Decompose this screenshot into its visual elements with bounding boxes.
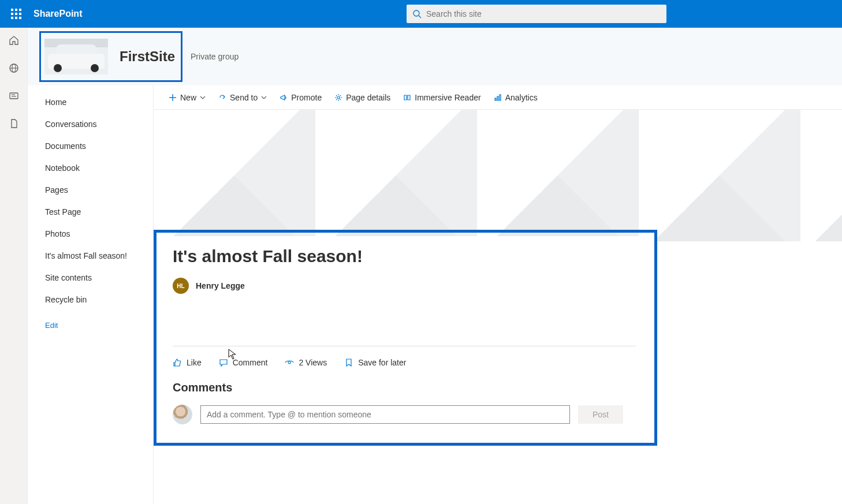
- bookmark-icon: [344, 358, 353, 367]
- nav-documents[interactable]: Documents: [28, 135, 153, 157]
- megaphone-icon: [280, 94, 288, 102]
- author-name[interactable]: Henry Legge: [196, 281, 245, 290]
- cmd-send-to[interactable]: Send to: [218, 93, 267, 102]
- main-content: It's almost Fall season! HL Henry Legge …: [154, 110, 842, 504]
- plus-icon: [169, 94, 177, 102]
- search-input[interactable]: [426, 9, 661, 18]
- author-row: HL Henry Legge: [173, 278, 636, 294]
- svg-rect-11: [495, 98, 496, 100]
- svg-rect-13: [500, 95, 501, 100]
- site-header: FirstSite Private group: [28, 28, 842, 85]
- article-highlight: It's almost Fall season! HL Henry Legge …: [154, 230, 657, 446]
- gear-icon: [334, 94, 342, 102]
- author-avatar[interactable]: HL: [173, 278, 189, 294]
- post-button[interactable]: Post: [578, 405, 623, 424]
- site-privacy-label: Private group: [191, 52, 239, 61]
- cmd-immersive-label: Immersive Reader: [415, 93, 480, 102]
- cmd-send-label: Send to: [230, 93, 258, 102]
- site-title[interactable]: FirstSite: [120, 48, 175, 65]
- divider: [173, 346, 636, 346]
- app-bar: [0, 28, 28, 504]
- user-avatar[interactable]: [173, 405, 192, 424]
- reader-icon: [403, 94, 411, 102]
- comments-heading: Comments: [173, 381, 636, 394]
- suite-bar: SharePoint: [0, 0, 842, 28]
- svg-point-0: [413, 10, 419, 16]
- svg-rect-5: [10, 93, 18, 99]
- like-button[interactable]: Like: [173, 358, 202, 367]
- article-actions: Like Comment 2 Views: [173, 358, 636, 367]
- cmd-promote-label: Promote: [291, 93, 322, 102]
- chevron-down-icon: [200, 95, 206, 100]
- news-icon[interactable]: [8, 90, 20, 102]
- app-launcher-icon[interactable]: [2, 0, 30, 28]
- save-label: Save for later: [358, 358, 406, 367]
- cmd-new[interactable]: New: [169, 93, 206, 102]
- search-icon: [412, 9, 422, 18]
- comment-icon: [219, 358, 228, 367]
- share-icon: [218, 94, 226, 102]
- comment-button[interactable]: Comment: [219, 358, 268, 367]
- svg-line-1: [419, 16, 421, 18]
- hero-banner: [154, 110, 842, 241]
- nav-site-contents[interactable]: Site contents: [28, 267, 153, 289]
- nav-photos[interactable]: Photos: [28, 223, 153, 245]
- command-bar: New Send to Promote Page details Immersi…: [154, 85, 842, 110]
- globe-icon[interactable]: [8, 62, 20, 74]
- files-icon[interactable]: [8, 118, 20, 129]
- nav-notebook[interactable]: Notebook: [28, 157, 153, 179]
- cmd-page-details-label: Page details: [346, 93, 390, 102]
- svg-point-10: [337, 96, 340, 99]
- nav-pages[interactable]: Pages: [28, 179, 153, 201]
- nav-home[interactable]: Home: [28, 91, 153, 113]
- nav-test-page[interactable]: Test Page: [28, 201, 153, 223]
- nav-fall-season[interactable]: It's almost Fall season!: [28, 245, 153, 267]
- home-icon[interactable]: [8, 35, 20, 46]
- views-icon: [285, 358, 294, 367]
- comment-composer: Post: [173, 405, 636, 424]
- nav-edit-link[interactable]: Edit: [28, 311, 153, 336]
- article: It's almost Fall season! HL Henry Legge …: [167, 236, 651, 439]
- left-nav: Home Conversations Documents Notebook Pa…: [28, 85, 154, 504]
- cmd-analytics[interactable]: Analytics: [494, 93, 538, 102]
- analytics-icon: [494, 94, 502, 102]
- save-button[interactable]: Save for later: [344, 358, 406, 367]
- like-label: Like: [187, 358, 202, 367]
- like-icon: [173, 358, 182, 367]
- views-label: 2 Views: [299, 358, 327, 367]
- comment-label: Comment: [233, 358, 268, 367]
- suite-title[interactable]: SharePoint: [33, 9, 82, 19]
- site-logo[interactable]: [44, 39, 108, 74]
- cmd-analytics-label: Analytics: [505, 93, 538, 102]
- cmd-new-label: New: [180, 93, 196, 102]
- site-header-highlight: FirstSite: [39, 31, 182, 82]
- cmd-page-details[interactable]: Page details: [334, 93, 390, 102]
- article-title: It's almost Fall season!: [173, 247, 636, 266]
- views-count: 2 Views: [285, 358, 327, 367]
- nav-conversations[interactable]: Conversations: [28, 113, 153, 135]
- comment-input[interactable]: [200, 405, 570, 424]
- search-box[interactable]: [407, 5, 666, 23]
- svg-rect-12: [497, 96, 498, 100]
- chevron-down-icon: [261, 95, 267, 100]
- cmd-promote[interactable]: Promote: [280, 93, 322, 102]
- cmd-immersive-reader[interactable]: Immersive Reader: [403, 93, 480, 102]
- svg-point-14: [288, 361, 290, 364]
- nav-recycle-bin[interactable]: Recycle bin: [28, 289, 153, 311]
